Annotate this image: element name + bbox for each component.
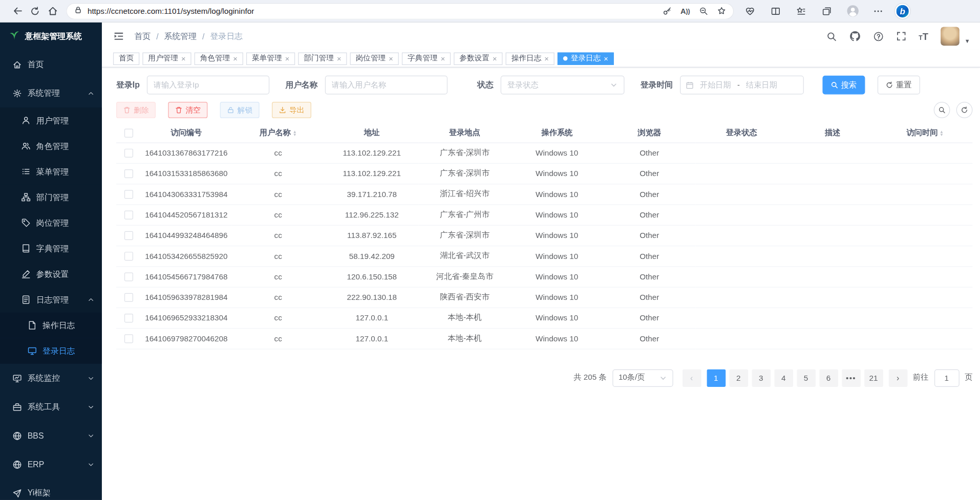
next-page-button[interactable]: › bbox=[888, 369, 907, 386]
column-header[interactable]: 用户名称▲▼ bbox=[231, 124, 325, 143]
table-row[interactable]: 1641059633978281984cc222.90.130.18陕西省-西安… bbox=[116, 287, 972, 308]
search-button[interactable]: 搜索 bbox=[822, 76, 865, 95]
split-screen-icon[interactable] bbox=[767, 2, 784, 19]
table-row[interactable]: 1641069652933218304cc127.0.0.1本地-本机Windo… bbox=[116, 308, 972, 328]
sidebar-item-parameter-settings[interactable]: 参数设置 bbox=[0, 261, 102, 287]
table-row[interactable]: 1641069798270046208cc127.0.0.1本地-本机Windo… bbox=[116, 328, 972, 349]
sidebar-item-erp[interactable]: ERP bbox=[0, 450, 102, 479]
sidebar-item-role-management[interactable]: 角色管理 bbox=[0, 133, 102, 159]
close-icon[interactable]: × bbox=[285, 55, 290, 62]
zoom-out-icon[interactable] bbox=[699, 6, 708, 15]
row-checkbox[interactable] bbox=[124, 231, 133, 240]
sidebar-item-log-management[interactable]: 日志管理 bbox=[0, 287, 102, 313]
row-checkbox[interactable] bbox=[124, 252, 133, 260]
close-icon[interactable]: × bbox=[337, 55, 342, 62]
github-icon[interactable] bbox=[849, 31, 861, 42]
add-favorite-star-icon[interactable] bbox=[717, 6, 726, 15]
row-checkbox[interactable] bbox=[124, 148, 133, 157]
tab-用户管理[interactable]: 用户管理× bbox=[142, 52, 191, 64]
column-header[interactable]: 访问时间▲▼ bbox=[878, 124, 973, 143]
close-icon[interactable]: × bbox=[604, 55, 608, 62]
help-icon[interactable] bbox=[873, 31, 884, 41]
page-number-button[interactable]: 1 bbox=[707, 369, 726, 386]
user-name-input[interactable] bbox=[325, 76, 447, 95]
prev-page-button[interactable]: ‹ bbox=[682, 369, 701, 386]
row-checkbox[interactable] bbox=[124, 210, 133, 219]
close-icon[interactable]: × bbox=[389, 55, 393, 62]
sidebar-item-home[interactable]: 首页 bbox=[0, 50, 102, 79]
status-select[interactable]: 登录状态 bbox=[500, 76, 624, 95]
table-row[interactable]: 1641031367863177216cc113.102.129.221广东省-… bbox=[116, 142, 972, 163]
sidebar-item-dictionary-management[interactable]: 字典管理 bbox=[0, 235, 102, 261]
tab-首页[interactable]: 首页 bbox=[113, 52, 139, 64]
login-ip-input[interactable] bbox=[146, 76, 269, 95]
start-date-input[interactable] bbox=[696, 81, 735, 90]
page-number-button[interactable]: 21 bbox=[864, 369, 883, 386]
sidebar-item-system-monitor[interactable]: 系统监控 bbox=[0, 364, 102, 393]
toggle-search-button[interactable] bbox=[934, 102, 950, 118]
avatar-caret-icon[interactable]: ▼ bbox=[965, 38, 970, 46]
page-jump-input[interactable] bbox=[934, 369, 959, 386]
favorites-icon[interactable] bbox=[793, 2, 810, 19]
sidebar-item-user-management[interactable]: 用户管理 bbox=[0, 107, 102, 133]
browser-refresh-button[interactable] bbox=[26, 2, 44, 19]
sidebar-item-department-management[interactable]: 部门管理 bbox=[0, 184, 102, 210]
tab-部门管理[interactable]: 部门管理× bbox=[298, 52, 347, 64]
table-row[interactable]: 1641054566717984768cc120.6.150.158河北省-秦皇… bbox=[116, 266, 972, 287]
sidebar-item-system-management[interactable]: 系统管理 bbox=[0, 79, 102, 107]
page-number-button[interactable]: 3 bbox=[752, 369, 771, 386]
row-checkbox[interactable] bbox=[124, 334, 133, 343]
page-ellipsis[interactable]: ••• bbox=[842, 369, 861, 386]
table-row[interactable]: 1641043063331753984cc39.171.210.78浙江省-绍兴… bbox=[116, 184, 972, 204]
refresh-table-button[interactable] bbox=[956, 102, 973, 118]
browser-profile-avatar[interactable] bbox=[844, 2, 861, 19]
select-all-checkbox[interactable] bbox=[124, 129, 133, 138]
close-icon[interactable]: × bbox=[493, 55, 497, 62]
tab-菜单管理[interactable]: 菜单管理× bbox=[246, 52, 295, 64]
browser-back-button[interactable] bbox=[9, 2, 26, 19]
end-date-input[interactable] bbox=[742, 81, 781, 90]
export-button[interactable]: 导出 bbox=[272, 102, 311, 118]
header-search-icon[interactable] bbox=[826, 31, 837, 41]
bing-copilot-icon[interactable]: b bbox=[895, 4, 910, 18]
browser-menu-icon[interactable] bbox=[869, 2, 887, 19]
sidebar-item-login-log[interactable]: 登录日志 bbox=[0, 338, 102, 364]
close-icon[interactable]: × bbox=[233, 55, 238, 62]
collections-icon[interactable] bbox=[818, 2, 836, 19]
browser-home-button[interactable] bbox=[44, 2, 61, 19]
tab-岗位管理[interactable]: 岗位管理× bbox=[350, 52, 399, 64]
delete-button[interactable]: 删除 bbox=[116, 102, 156, 118]
user-avatar[interactable] bbox=[941, 27, 960, 46]
tab-登录日志[interactable]: 登录日志× bbox=[558, 52, 614, 64]
close-icon[interactable]: × bbox=[544, 55, 549, 62]
app-logo[interactable]: 意框架管理系统 bbox=[0, 23, 102, 50]
close-icon[interactable]: × bbox=[441, 55, 445, 62]
sidebar-item-menu-management[interactable]: 菜单管理 bbox=[0, 159, 102, 184]
row-checkbox[interactable] bbox=[124, 314, 133, 322]
font-size-icon[interactable]: TT bbox=[919, 31, 928, 41]
tab-参数设置[interactable]: 参数设置× bbox=[454, 52, 502, 64]
sidebar-item-system-tools[interactable]: 系统工具 bbox=[0, 393, 102, 421]
close-icon[interactable]: × bbox=[181, 55, 186, 62]
reset-button[interactable]: 重置 bbox=[877, 76, 920, 95]
sidebar-item-yi-framework[interactable]: Yi框架 bbox=[0, 479, 102, 500]
table-row[interactable]: 1641053426655825920cc58.19.42.209湖北省-武汉市… bbox=[116, 246, 972, 266]
sidebar-item-post-management[interactable]: 岗位管理 bbox=[0, 210, 102, 235]
page-number-button[interactable]: 4 bbox=[774, 369, 793, 386]
tab-角色管理[interactable]: 角色管理× bbox=[195, 52, 243, 64]
fullscreen-icon[interactable] bbox=[896, 31, 906, 41]
page-size-select[interactable]: 10条/页 bbox=[612, 369, 673, 386]
password-key-icon[interactable] bbox=[663, 6, 672, 15]
tab-字典管理[interactable]: 字典管理× bbox=[402, 52, 451, 64]
sort-icon[interactable]: ▲▼ bbox=[293, 130, 297, 136]
page-number-button[interactable]: 6 bbox=[819, 369, 838, 386]
table-row[interactable]: 1641031533185863680cc113.102.129.221广东省-… bbox=[116, 163, 972, 184]
page-number-button[interactable]: 5 bbox=[797, 369, 816, 386]
read-aloud-icon[interactable]: A)) bbox=[680, 7, 690, 15]
clear-button[interactable]: 清空 bbox=[168, 102, 207, 118]
sidebar-item-bbs[interactable]: BBS bbox=[0, 421, 102, 450]
row-checkbox[interactable] bbox=[124, 169, 133, 178]
row-checkbox[interactable] bbox=[124, 190, 133, 199]
page-number-button[interactable]: 2 bbox=[729, 369, 748, 386]
breadcrumb-item[interactable]: 首页 bbox=[134, 31, 151, 42]
